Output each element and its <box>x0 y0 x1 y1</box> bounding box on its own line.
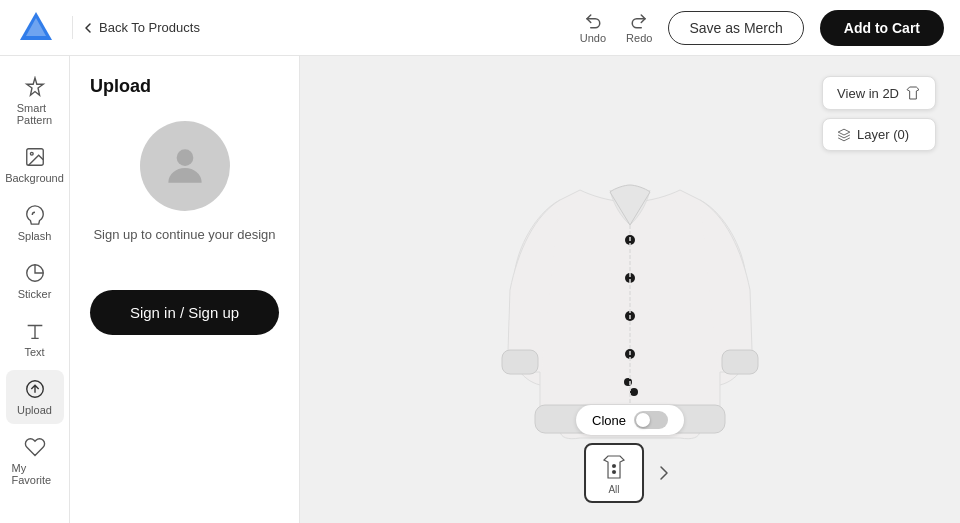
svg-rect-8 <box>722 350 758 374</box>
smart-pattern-label: SmartPattern <box>17 102 52 126</box>
bottom-panel: Clone All <box>576 405 684 503</box>
upload-panel: Upload Sign up to continue your design S… <box>70 56 300 523</box>
view-2d-button[interactable]: View in 2D <box>822 76 936 110</box>
svg-point-6 <box>176 149 193 166</box>
clone-label: Clone <box>592 413 626 428</box>
splash-icon <box>24 204 46 226</box>
logo-area <box>16 8 56 48</box>
right-panel: View in 2D Layer (0) <box>822 76 936 151</box>
toggle-knob <box>636 413 650 427</box>
svg-point-14 <box>624 378 632 386</box>
my-favorite-label: My Favorite <box>12 462 58 486</box>
header-right: Undo Redo Save as Merch Add to Cart <box>580 10 944 46</box>
save-as-merch-button[interactable]: Save as Merch <box>668 11 803 45</box>
clone-toggle-switch[interactable] <box>634 411 668 429</box>
text-icon <box>24 320 46 342</box>
sidebar-item-splash[interactable]: Splash <box>6 196 64 250</box>
chevron-left-icon <box>81 21 95 35</box>
sidebar-item-my-favorite[interactable]: My Favorite <box>6 428 64 494</box>
shirt-icon <box>905 85 921 101</box>
back-to-products-label: Back To Products <box>99 20 200 35</box>
person-icon <box>160 141 210 191</box>
layer-button[interactable]: Layer (0) <box>822 118 936 151</box>
svg-point-18 <box>613 470 616 473</box>
undo-redo-group: Undo Redo <box>580 12 653 44</box>
sparkle-icon <box>24 76 46 98</box>
view-2d-label: View in 2D <box>837 86 899 101</box>
clone-toggle-row: Clone <box>576 405 684 435</box>
logo-icon <box>16 8 56 48</box>
svg-point-15 <box>630 388 638 396</box>
svg-point-3 <box>30 152 33 155</box>
sign-in-button[interactable]: Sign in / Sign up <box>90 290 279 335</box>
main-content: SmartPattern Background Splash Sticker <box>0 56 960 523</box>
image-icon <box>24 146 46 168</box>
redo-icon <box>630 12 648 30</box>
text-label: Text <box>24 346 44 358</box>
thumbnail-all[interactable]: All <box>584 443 644 503</box>
avatar-placeholder <box>140 121 230 211</box>
undo-label: Undo <box>580 32 606 44</box>
thumbnails-row: All <box>584 443 676 503</box>
back-to-products-button[interactable]: Back To Products <box>72 16 208 39</box>
sidebar-item-text[interactable]: Text <box>6 312 64 366</box>
background-label: Background <box>5 172 64 184</box>
undo-button[interactable]: Undo <box>580 12 606 44</box>
redo-button[interactable]: Redo <box>626 12 652 44</box>
svg-rect-7 <box>502 350 538 374</box>
thumbnails-next-button[interactable] <box>652 461 676 485</box>
chevron-right-icon <box>655 464 673 482</box>
sidebar: SmartPattern Background Splash Sticker <box>0 56 70 523</box>
add-to-cart-button[interactable]: Add to Cart <box>820 10 944 46</box>
upload-icon <box>24 378 46 400</box>
redo-label: Redo <box>626 32 652 44</box>
svg-point-17 <box>613 464 616 467</box>
splash-label: Splash <box>18 230 52 242</box>
sticker-label: Sticker <box>18 288 52 300</box>
upload-panel-title: Upload <box>90 76 151 97</box>
header: Back To Products Undo Redo Save as Merch… <box>0 0 960 56</box>
heart-icon <box>24 436 46 458</box>
thumbnail-all-label: All <box>608 484 619 495</box>
layers-icon <box>837 128 851 142</box>
sidebar-item-background[interactable]: Background <box>6 138 64 192</box>
upload-label: Upload <box>17 404 52 416</box>
thumbnail-jacket-icon <box>599 452 629 482</box>
sticker-icon <box>24 262 46 284</box>
canvas-area: View in 2D Layer (0) Clone <box>300 56 960 523</box>
sign-up-text: Sign up to continue your design <box>93 227 275 242</box>
undo-icon <box>584 12 602 30</box>
sidebar-item-sticker[interactable]: Sticker <box>6 254 64 308</box>
sidebar-item-upload[interactable]: Upload <box>6 370 64 424</box>
sidebar-item-smart-pattern[interactable]: SmartPattern <box>6 68 64 134</box>
layer-label: Layer (0) <box>857 127 909 142</box>
